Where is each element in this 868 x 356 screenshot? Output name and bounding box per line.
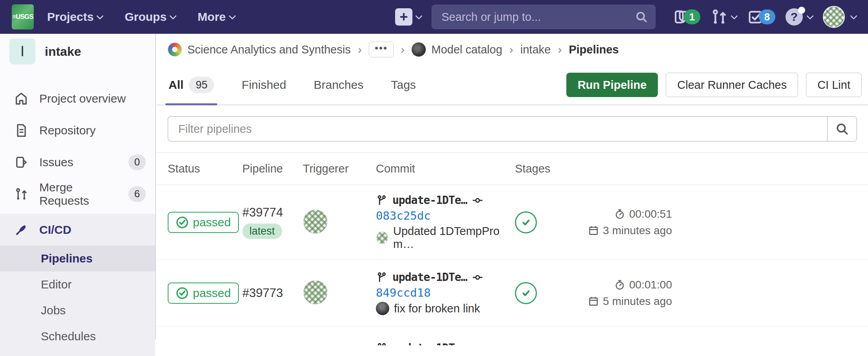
pipelines-filter: [157, 105, 868, 152]
breadcrumb-group[interactable]: Science Analytics and Synthesis: [168, 42, 351, 57]
sidebar-nav: Project overview Repository Issues 0 Mer…: [0, 83, 155, 356]
more-menu[interactable]: More: [189, 10, 244, 24]
user-menu[interactable]: [823, 6, 856, 28]
pipeline-id-link[interactable]: #39773: [242, 286, 283, 300]
new-item-menu[interactable]: +: [395, 8, 421, 26]
commit-sha-link[interactable]: 083c25dc: [376, 209, 431, 222]
pipeline-status-badge[interactable]: passed: [168, 212, 239, 233]
merge-request-icon: [711, 8, 728, 26]
document-icon: [14, 123, 28, 138]
stopwatch-icon: [614, 209, 625, 220]
stage-status-icon[interactable]: [515, 282, 537, 304]
main-content: Science Analytics and Synthesis › ••• › …: [157, 34, 868, 339]
triggerer-avatar[interactable]: [303, 280, 328, 305]
pipeline-duration: 00:00:51: [629, 208, 672, 220]
tab-all[interactable]: All 95: [168, 65, 215, 105]
issues-count-badge: 0: [128, 154, 146, 170]
breadcrumb-separator: ›: [357, 43, 363, 56]
filter-pipelines-input[interactable]: [168, 116, 827, 141]
branch-icon: [376, 195, 388, 206]
project-sidebar: I intake Project overview Repository Iss…: [0, 34, 156, 339]
merge-requests-button[interactable]: [711, 8, 737, 26]
todos-count-badge: 8: [759, 9, 775, 24]
check-icon: [520, 217, 532, 228]
column-header-commit: Commit: [376, 162, 515, 175]
run-pipeline-button[interactable]: Run Pipeline: [566, 73, 658, 97]
notification-dot: [798, 7, 805, 14]
sidebar-subitem-jobs[interactable]: Jobs: [0, 297, 155, 323]
table-row: update-1DTe…: [157, 327, 868, 345]
tab-tags[interactable]: Tags: [390, 65, 417, 105]
status-label: passed: [193, 216, 231, 229]
tab-all-label: All: [168, 78, 183, 92]
sidebar-item-project-overview[interactable]: Project overview: [0, 83, 155, 114]
navbar-icon-group: 1 8 ?: [672, 6, 856, 28]
sidebar-item-issues[interactable]: Issues 0: [0, 146, 155, 178]
sidebar-item-merge-requests[interactable]: Merge Requests 6: [0, 178, 155, 210]
issues-dashboard-button[interactable]: 1: [672, 9, 700, 25]
stopwatch-icon: [614, 279, 625, 290]
group-avatar: [168, 42, 182, 57]
triggerer-avatar[interactable]: [303, 209, 328, 234]
chevron-down-icon: [97, 12, 104, 19]
chevron-down-icon: [415, 12, 422, 19]
calendar-icon: [588, 225, 599, 236]
sidebar-subitem-schedules[interactable]: Schedules: [0, 323, 155, 349]
more-menu-label: More: [198, 10, 226, 24]
stage-status-icon[interactable]: [515, 211, 537, 233]
sidebar-item-label: Project overview: [39, 92, 126, 105]
help-menu[interactable]: ?: [786, 8, 813, 26]
todos-button[interactable]: 8: [747, 9, 775, 25]
sidebar-item-repository[interactable]: Repository: [0, 114, 155, 146]
column-header-pipeline: Pipeline: [242, 162, 303, 175]
groups-menu[interactable]: Groups: [116, 10, 184, 24]
branch-link[interactable]: update-1DTe…: [392, 271, 467, 284]
calendar-icon: [588, 296, 599, 307]
chevron-down-icon: [806, 12, 813, 19]
sidebar-subitem-pipelines[interactable]: Pipelines: [0, 246, 155, 272]
commit-message[interactable]: fix for broken link: [394, 302, 480, 315]
pipeline-status-badge[interactable]: passed: [168, 283, 239, 304]
sidebar-item-label: Merge Requests: [39, 181, 117, 207]
usgs-logo[interactable]: ≡USGS: [12, 4, 34, 29]
breadcrumb-collapsed-button[interactable]: •••: [369, 42, 394, 57]
commit-message[interactable]: Updated 1DTempPro m…: [393, 225, 515, 251]
commit-icon: [472, 195, 483, 206]
commit-icon: [472, 272, 483, 283]
cicd-section: CI/CD Pipelines Editor Jobs Schedules: [0, 214, 155, 356]
sidebar-item-label: Repository: [39, 124, 95, 137]
sidebar-item-cicd[interactable]: CI/CD: [0, 214, 155, 246]
pipeline-duration: 00:01:00: [629, 279, 672, 291]
issues-count-badge: 1: [684, 9, 700, 24]
breadcrumb: Science Analytics and Synthesis › ••• › …: [157, 34, 868, 65]
branch-icon: [376, 272, 388, 283]
branch-link[interactable]: update-1DTe…: [392, 341, 467, 345]
rocket-icon: [14, 223, 28, 237]
ci-lint-button[interactable]: CI Lint: [806, 73, 862, 97]
projects-menu[interactable]: Projects: [38, 10, 111, 24]
search-input[interactable]: [432, 5, 656, 29]
breadcrumb-project[interactable]: intake: [520, 43, 551, 56]
project-avatar: I: [9, 39, 35, 64]
filter-search-button[interactable]: [827, 116, 857, 141]
branch-link[interactable]: update-1DTe…: [392, 194, 467, 207]
pipelines-table: Status Pipeline Triggerer Commit Stages …: [157, 152, 868, 345]
commit-author-avatar: [376, 231, 388, 244]
latest-badge: latest: [242, 224, 282, 239]
tab-branches[interactable]: Branches: [313, 65, 364, 105]
tab-finished[interactable]: Finished: [241, 65, 287, 105]
tab-all-count: 95: [189, 77, 214, 93]
user-avatar: [823, 6, 845, 28]
sidebar-item-label: CI/CD: [39, 223, 71, 237]
merge-requests-count-badge: 6: [128, 186, 146, 202]
commit-sha-link[interactable]: 849ccd18: [376, 286, 431, 299]
project-name: intake: [45, 44, 81, 59]
column-header-stages: Stages: [515, 162, 562, 175]
clear-runner-caches-button[interactable]: Clear Runner Caches: [666, 73, 798, 97]
breadcrumb-group-label: Science Analytics and Synthesis: [187, 43, 351, 56]
pipeline-id-link[interactable]: #39774: [242, 206, 283, 220]
breadcrumb-subgroup[interactable]: Model catalog: [412, 42, 502, 57]
project-header[interactable]: I intake: [0, 34, 155, 64]
table-row: passed #39773 update-1DTe… 849ccd18: [157, 260, 868, 327]
sidebar-subitem-editor[interactable]: Editor: [0, 272, 155, 297]
